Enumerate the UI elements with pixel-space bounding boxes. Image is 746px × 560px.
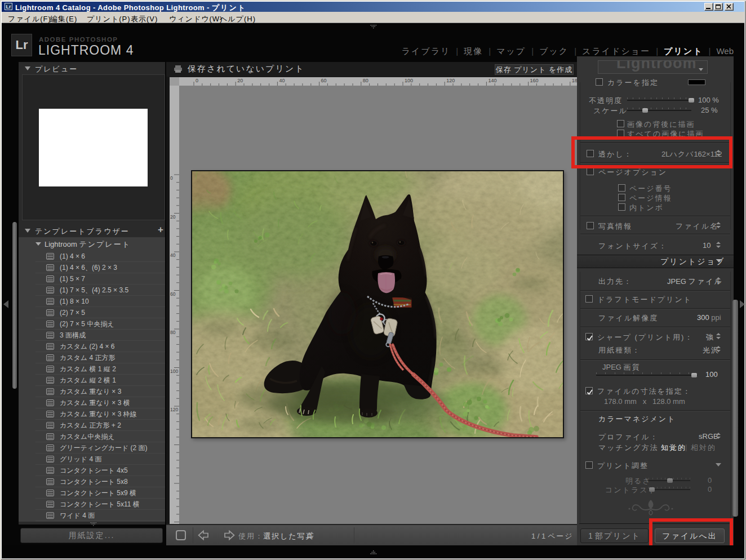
svg-text:140: 140 (488, 78, 496, 83)
svg-text:120: 120 (170, 407, 178, 412)
svg-text:20: 20 (170, 214, 176, 220)
svg-text:20: 20 (237, 78, 243, 83)
svg-text:0: 0 (196, 78, 198, 83)
svg-text:60: 60 (170, 291, 176, 297)
svg-text:80: 80 (170, 330, 176, 335)
svg-text:180: 180 (572, 78, 577, 83)
svg-text:80: 80 (363, 78, 368, 83)
svg-text:60: 60 (321, 78, 327, 83)
svg-text:160: 160 (530, 78, 539, 83)
svg-text:40: 40 (170, 252, 176, 258)
svg-text:40: 40 (279, 78, 285, 83)
svg-text:120: 120 (446, 78, 455, 83)
svg-text:100: 100 (405, 78, 413, 83)
svg-text:100: 100 (170, 368, 178, 374)
svg-text:0: 0 (170, 175, 173, 181)
